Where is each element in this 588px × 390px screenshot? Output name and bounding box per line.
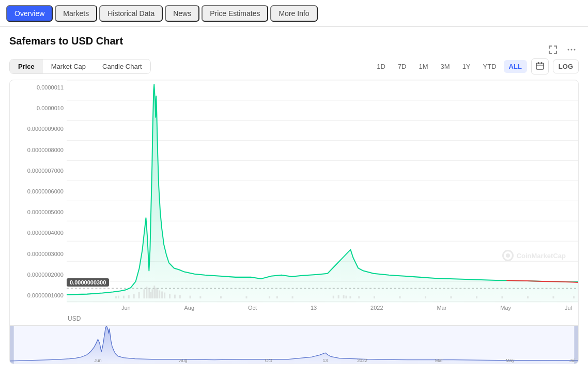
time-1d[interactable]: 1D	[372, 60, 391, 73]
expand-icon[interactable]	[546, 42, 560, 58]
svg-rect-51	[246, 296, 247, 298]
svg-rect-68	[553, 296, 554, 298]
x-axis: Jun Aug Oct 13 2022 Mar May Jul	[10, 303, 578, 313]
y-label-7: 0.0000007000	[27, 168, 64, 174]
y-label-9: 0.0000009000	[27, 126, 64, 132]
nav-historical-data[interactable]: Historical Data	[99, 5, 163, 22]
svg-text:2022: 2022	[357, 358, 367, 363]
tab-candle-chart[interactable]: Candle Chart	[94, 59, 150, 73]
svg-rect-64	[451, 296, 452, 298]
y-label-11: 0.0000011	[37, 84, 64, 91]
svg-rect-3	[556, 46, 557, 49]
svg-rect-30	[123, 296, 125, 298]
x-label-may: May	[500, 305, 511, 311]
svg-rect-28	[115, 296, 117, 298]
time-ytd[interactable]: YTD	[478, 60, 502, 73]
svg-rect-55	[333, 296, 334, 298]
svg-rect-33	[138, 292, 140, 298]
svg-rect-67	[527, 296, 529, 298]
y-label-8: 0.0000008000	[27, 147, 64, 153]
svg-rect-56	[338, 295, 339, 298]
y-label-5: 0.0000005000	[27, 209, 64, 215]
y-label-1: 0.0000001000	[27, 292, 64, 298]
mini-chart-navigator[interactable]: Jun Aug Oct 13 2022 Mar May Jul	[10, 325, 578, 364]
svg-rect-78	[10, 326, 14, 364]
x-label-13: 13	[311, 305, 317, 311]
chart-wrapper: 0.0000011 0.0000010 0.0000009000 0.00000…	[9, 80, 579, 364]
chart-title: Safemars to USD Chart	[9, 35, 123, 47]
svg-rect-49	[199, 296, 201, 298]
svg-rect-47	[179, 295, 181, 298]
time-7d[interactable]: 7D	[393, 60, 412, 73]
svg-text:13: 13	[323, 358, 328, 363]
y-label-3: 0.0000003000	[27, 251, 64, 257]
chart-icons	[546, 35, 579, 58]
svg-rect-11	[536, 63, 544, 69]
svg-rect-7	[556, 51, 557, 54]
y-label-10: 0.0000010	[37, 105, 64, 111]
svg-rect-46	[174, 295, 176, 298]
y-label-4: 0.0000004000	[27, 230, 64, 236]
svg-rect-34	[144, 289, 145, 298]
svg-rect-58	[346, 296, 347, 298]
svg-rect-69	[573, 296, 575, 298]
y-label-2: 0.0000002000	[27, 272, 64, 278]
svg-rect-65	[476, 296, 477, 298]
chart-type-tabs: Price Market Cap Candle Chart	[9, 59, 151, 74]
svg-rect-50	[220, 296, 222, 298]
time-3m[interactable]: 3M	[436, 60, 455, 73]
svg-point-10	[574, 49, 576, 51]
chart-area: 0.0000011 0.0000010 0.0000009000 0.00000…	[10, 80, 578, 303]
svg-rect-44	[164, 293, 165, 298]
svg-rect-5	[549, 51, 550, 54]
nav-bar: Overview Markets Historical Data News Pr…	[0, 0, 588, 27]
time-1m[interactable]: 1M	[414, 60, 434, 73]
x-label-2022: 2022	[370, 305, 383, 311]
chart-plot[interactable]: 0.0000000300 CoinMarketCap	[67, 80, 578, 303]
svg-rect-35	[146, 287, 147, 298]
svg-rect-62	[399, 296, 401, 298]
svg-rect-61	[374, 296, 375, 298]
nav-news[interactable]: News	[165, 5, 199, 22]
svg-rect-29	[118, 296, 119, 298]
y-axis: 0.0000011 0.0000010 0.0000009000 0.00000…	[10, 80, 67, 303]
svg-rect-43	[161, 292, 163, 298]
svg-rect-57	[343, 295, 345, 298]
svg-rect-32	[133, 294, 135, 298]
svg-rect-42	[159, 290, 160, 298]
svg-rect-38	[151, 289, 153, 298]
svg-rect-39	[153, 286, 155, 298]
nav-overview[interactable]: Overview	[6, 5, 53, 22]
nav-markets[interactable]: Markets	[55, 5, 97, 22]
nav-more-info[interactable]: More Info	[270, 5, 317, 22]
svg-text:Oct: Oct	[265, 358, 272, 363]
tab-price[interactable]: Price	[10, 59, 43, 73]
svg-rect-60	[358, 296, 360, 298]
nav-price-estimates[interactable]: Price Estimates	[202, 5, 268, 22]
x-label-jun: Jun	[121, 305, 131, 311]
svg-rect-79	[574, 326, 578, 364]
svg-rect-53	[276, 296, 278, 298]
calendar-button[interactable]	[531, 58, 549, 74]
svg-text:May: May	[506, 358, 515, 363]
time-controls: 1D 7D 1M 3M 1Y YTD ALL LOG	[372, 58, 579, 74]
svg-rect-1	[549, 46, 550, 49]
svg-rect-31	[128, 295, 130, 298]
svg-rect-63	[425, 296, 426, 298]
svg-rect-37	[150, 292, 151, 298]
more-options-icon[interactable]	[564, 42, 579, 58]
tab-market-cap[interactable]: Market Cap	[43, 59, 94, 73]
x-label-jul: Jul	[565, 305, 572, 311]
chart-controls: Price Market Cap Candle Chart 1D 7D 1M 3…	[9, 58, 579, 74]
time-1y[interactable]: 1Y	[457, 60, 476, 73]
usd-axis-label: USD	[10, 313, 578, 325]
price-badge: 0.0000000300	[67, 278, 109, 287]
time-all[interactable]: ALL	[504, 60, 527, 73]
svg-point-9	[571, 49, 572, 51]
svg-rect-40	[155, 288, 157, 298]
svg-rect-54	[292, 296, 293, 298]
svg-text:Mar: Mar	[435, 358, 443, 363]
x-label-oct: Oct	[248, 305, 257, 311]
log-button[interactable]: LOG	[553, 59, 579, 73]
svg-rect-45	[169, 294, 171, 298]
